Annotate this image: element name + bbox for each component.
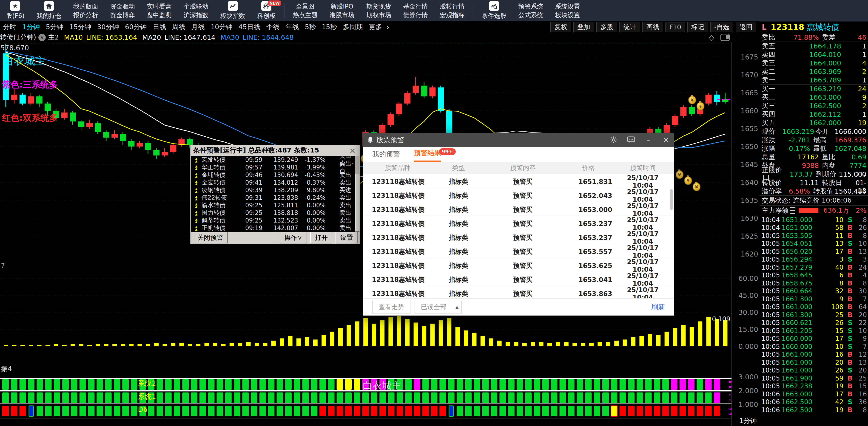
popup-scrollbar[interactable] (355, 156, 360, 232)
period-季线[interactable]: 季线 (263, 23, 282, 32)
menu-item-我的持仓[interactable]: 我的持仓 (31, 0, 67, 21)
alert-result-row[interactable]: 123118惠城转债指标类预警买1652.04325/10/17 10:04 (363, 188, 674, 202)
menu-item-股(F6)[interactable]: ★股(F6) (0, 0, 31, 21)
tick-row[interactable]: 10:051658.6456B4 (760, 271, 868, 280)
message-icon[interactable] (627, 136, 635, 144)
popup-alert-row[interactable]: ▲▲金宏转债09:41134.012-0.37%卖出 (191, 179, 360, 186)
alert-result-row[interactable]: 123118惠城转债指标类预警买1653.62525/10/17 10:04 (363, 258, 674, 272)
tick-row[interactable]: 10:061662.50042S36 (760, 398, 868, 406)
refresh-link[interactable]: 刷新 (651, 302, 665, 312)
toolbar-button-叠加[interactable]: 叠加 (574, 22, 594, 32)
toolbar-button-F10[interactable]: F10 (665, 23, 685, 32)
menu-item-科创板[interactable]: 科科创板NEW (251, 0, 282, 21)
period-30分钟[interactable]: 30分钟 (94, 23, 122, 32)
alert-result-row[interactable]: 123118惠城转债指标类预警买1653.55725/10/17 10:04 (363, 244, 674, 258)
detail-doc-icon[interactable] (790, 207, 795, 214)
period-多周期[interactable]: 多周期 (340, 23, 366, 32)
alert-result-row[interactable]: 123118惠城转债指标类预警买1653.23725/10/17 10:04 (363, 216, 674, 230)
tick-row[interactable]: 10:051661.3009B7 (760, 295, 868, 303)
read-all-dropdown-arrow[interactable]: ▲ (453, 301, 462, 314)
menu-item-资金驱动[interactable]: 资金驱动资金博弈 (104, 0, 141, 21)
popup-alert-row[interactable]: ▲▲华正转债09:57139.981-3.99%卖出-自 (191, 164, 360, 171)
tick-row[interactable]: 10:051654.05113S10 (760, 240, 868, 248)
tick-row[interactable]: 10:041651.00058B26 (760, 224, 868, 232)
menu-item-全景图[interactable]: 全景图热点主题 (287, 0, 323, 21)
tick-row[interactable]: 10:051657.27940B24 (760, 263, 868, 271)
close-icon[interactable]: × (348, 146, 358, 155)
period-15分钟[interactable]: 15分钟 (66, 23, 94, 32)
menu-item-个股联动[interactable]: 个股联动沪深指数 (178, 0, 214, 21)
period-年线[interactable]: 年线 (282, 23, 302, 32)
alert-result-row[interactable]: 123118惠城转债指标类预警买1653.86325/10/17 10:04 (363, 286, 674, 298)
toolbar-button-复权[interactable]: 复权 (550, 22, 571, 32)
period-5分钟[interactable]: 5分钟 (43, 23, 66, 32)
chevron-down-icon[interactable]: ∨ (38, 34, 46, 41)
tick-row[interactable]: 10:051658.6758B8 (760, 279, 868, 287)
tick-row[interactable]: 10:051656.02017B13 (760, 248, 868, 256)
period-分时[interactable]: 分时 (0, 23, 19, 32)
tick-row[interactable]: 10:051661.20515S10 (760, 327, 868, 335)
tick-row[interactable]: 10:041651.00010S8 (760, 216, 868, 224)
alert-result-row[interactable]: 123118惠城转债指标类预警买1653.00025/10/17 10:04 (363, 202, 674, 216)
menu-item-板块指数[interactable]: 板块指数 (214, 0, 251, 21)
tick-row[interactable]: 10:051661.000108B64 (760, 303, 868, 311)
popup-alert-row[interactable]: ▲▲凌钢转债09:39138.2099.80%买进 (191, 186, 360, 194)
menu-item-期货现货[interactable]: 期货现货期权市场 (360, 0, 397, 21)
period-5秒[interactable]: 5秒 (302, 23, 318, 32)
popup-alert-row[interactable]: ▲▲伟22转债09:31123.838-0.24%卖出 (191, 194, 360, 201)
tick-row[interactable]: 10:061662.50019B8 (760, 406, 868, 414)
tick-row[interactable]: 10:051661.00020B13 (760, 359, 868, 366)
tab-my-alerts[interactable]: 我的预警 (372, 150, 400, 162)
period-更多[interactable]: 更多 (366, 23, 385, 32)
menu-item-基金行情[interactable]: 基金行情债券行情 (397, 0, 434, 21)
tick-row[interactable]: 10:051653.50511B8 (760, 232, 868, 240)
popup-scrollbar-thumb[interactable] (355, 174, 360, 232)
tick-row[interactable]: 10:051660.00010S7 (760, 342, 868, 351)
close-icon[interactable]: × (662, 136, 670, 144)
tick-row[interactable]: 10:051660.66432B30 (760, 287, 868, 295)
menu-item-系统设置[interactable]: 系统设置板块设置 (549, 0, 586, 21)
tick-row[interactable]: 10:051661.90059B25 (760, 374, 868, 382)
settings-button[interactable]: 设置 (336, 232, 358, 243)
dialog-title-bar[interactable]: 股票预警 – × (363, 133, 674, 147)
period-15秒[interactable]: 15秒 (319, 23, 340, 32)
popup-alert-row[interactable]: ▲▲金埔转债09:46130.694-0.43%卖出 (191, 171, 360, 179)
menu-item-新股IPO[interactable]: 新股IPO港股市场 (323, 0, 360, 21)
tick-row[interactable]: 10:051656.2943S3 (760, 256, 868, 264)
tick-list[interactable]: 10:041651.00010S810:041651.00058B2610:05… (760, 216, 868, 414)
view-trend-button[interactable]: 查看走势 (372, 301, 410, 314)
period-10分钟[interactable]: 10分钟 (208, 23, 236, 32)
menu-item-我的版面[interactable]: 我的版面报价分析 (67, 0, 104, 21)
close-alert-button[interactable]: 关闭预警 (193, 232, 228, 243)
tick-row[interactable]: 10:051661.00026S20 (760, 366, 868, 374)
period-月线[interactable]: 月线 (188, 23, 208, 32)
menu-item-实时看盘[interactable]: 实时看盘盘中监测 (141, 0, 178, 21)
toolbar-button-多股[interactable]: 多股 (596, 22, 617, 32)
popup-alert-row[interactable]: ▲▲正帆转债09:19142.0070.00%卖出 (191, 224, 360, 232)
alert-result-row[interactable]: 123118惠城转债指标类预警买1653.23725/10/17 10:04 (363, 230, 674, 244)
toolbar-button-标记[interactable]: 标记 (687, 22, 708, 32)
alert-table-rows[interactable]: 123118惠城转债指标类预警买1651.83125/10/17 10:0412… (363, 174, 674, 298)
menu-item-股转行情[interactable]: 股转行情宏观指标 (434, 0, 471, 21)
more-chevron-icon[interactable]: › (385, 23, 391, 31)
period-45日线[interactable]: 45日线 (236, 23, 264, 32)
operate-button[interactable]: 操作∨ (280, 232, 307, 243)
popup-title-bar[interactable]: 条件预警[运行中] 总品种数:487 条数:15 × (190, 145, 360, 156)
popup-alert-row[interactable]: ▲▲佩蒂转债09:25132.5230.00%卖出 (191, 217, 360, 224)
popup-alert-row[interactable]: ▲▲国力转债09:25138.8180.00%卖出 (191, 209, 360, 217)
popup-alert-row[interactable]: ▲▲渝水转债09:25125.8110.00%卖出 (191, 201, 360, 209)
period-周线[interactable]: 周线 (169, 23, 188, 32)
menu-item-条件选股[interactable]: 条件选股 (476, 0, 513, 21)
period-1分钟[interactable]: 1分钟 (19, 23, 43, 32)
toolbar-button-统计[interactable]: 统计 (619, 22, 640, 32)
toolbar-button-画线[interactable]: 画线 (642, 22, 663, 32)
period-日线[interactable]: 日线 (150, 23, 169, 32)
tick-row[interactable]: 10:051661.00016B12 (760, 351, 868, 359)
tick-row[interactable]: 10:061663.00017B16 (760, 390, 868, 398)
period-60分钟[interactable]: 60分钟 (122, 23, 150, 32)
open-button[interactable]: 打开 (310, 232, 332, 243)
diamond-icon[interactable]: ◇ (709, 33, 714, 42)
tick-row[interactable]: 10:051660.62126S22 (760, 319, 868, 327)
minimize-icon[interactable]: – (644, 136, 653, 144)
tick-row[interactable]: 10:051662.23819B15 (760, 382, 868, 390)
